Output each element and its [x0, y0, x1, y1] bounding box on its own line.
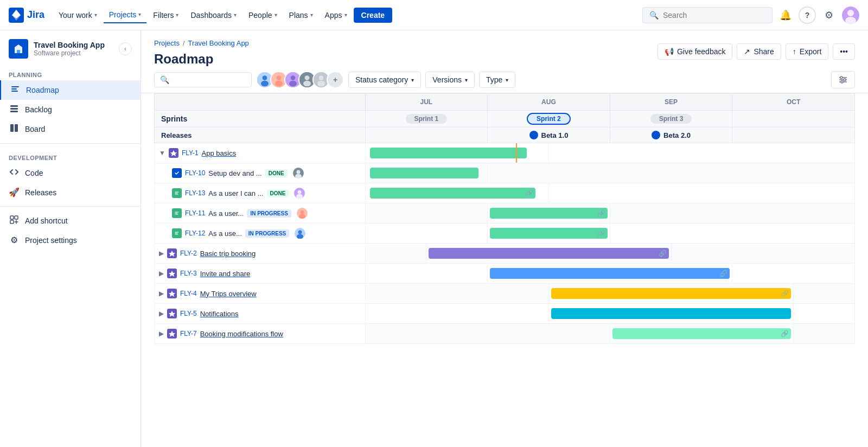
more-button[interactable]: •••: [833, 43, 855, 60]
settings-button[interactable]: ⚙: [820, 7, 838, 24]
issue-key[interactable]: FLY-2: [180, 250, 197, 257]
fly13-label: FLY-13 As a user I can ... DONE: [159, 188, 361, 199]
search-input[interactable]: [663, 11, 765, 20]
export-button[interactable]: ↑ Export: [786, 43, 828, 60]
fly5-label-cell: ▶ FLY-5 Notifications: [155, 304, 366, 324]
fly3-label-cell: ▶ FLY-3 Invite and share: [155, 264, 366, 284]
toolbar-search[interactable]: 🔍: [154, 72, 252, 87]
gantt-sprint-row: Sprints Sprint 1 Sprint 2 Sprint 3: [155, 111, 855, 127]
expand-button[interactable]: ▼: [159, 149, 165, 157]
gantt-container: JUL AUG SEP OCT Sprints Sprint 1: [141, 93, 868, 357]
nav-apps[interactable]: Apps ▾: [320, 8, 353, 23]
expand-button[interactable]: ▶: [159, 290, 164, 297]
nav-filters[interactable]: Filters ▾: [148, 8, 184, 23]
sidebar-item-label: Add shortcut: [25, 216, 68, 225]
issue-key[interactable]: FLY-1: [182, 149, 199, 157]
epic-icon: [169, 148, 178, 158]
svg-point-22: [291, 75, 296, 80]
nav-dashboards[interactable]: Dashboards ▾: [185, 8, 242, 23]
fly11-empty-left: [365, 203, 488, 224]
project-type: Software project: [34, 49, 113, 57]
fly11-empty-right: [610, 203, 854, 224]
sidebar-item-add-shortcut[interactable]: Add shortcut: [0, 211, 141, 231]
svg-point-29: [317, 81, 325, 87]
versions-filter[interactable]: Versions ▾: [425, 72, 475, 88]
give-feedback-button[interactable]: 📢 Give feedback: [658, 43, 733, 60]
issue-key[interactable]: FLY-5: [180, 310, 197, 317]
breadcrumb-project[interactable]: Travel Booking App: [188, 39, 249, 47]
expand-button[interactable]: ▶: [159, 250, 164, 257]
issue-name: Basic trip booking: [200, 250, 256, 258]
epic-icon: [167, 269, 177, 278]
search-icon: 🔍: [160, 75, 169, 84]
sidebar-item-releases[interactable]: 🚀 Releases: [0, 183, 141, 202]
nav-your-work[interactable]: Your work ▾: [53, 8, 103, 23]
fly12-label: FLY-12 As a use... IN PROGRESS: [159, 228, 361, 239]
create-button[interactable]: Create: [354, 8, 393, 23]
issue-key[interactable]: FLY-10: [185, 169, 205, 177]
chevron-down-icon: ▾: [275, 12, 277, 18]
nav-projects[interactable]: Projects ▾: [104, 7, 147, 23]
fly1-label: ▼ FLY-1 App basics: [159, 148, 361, 158]
gantt-settings-button[interactable]: [831, 71, 855, 88]
fly7-label-cell: ▶ FLY-7 Booking modifications flow: [155, 324, 366, 344]
user-avatar[interactable]: [842, 7, 859, 24]
chevron-down-icon: ▾: [344, 12, 347, 18]
fly11-label-cell: FLY-11 As a user... IN PROGRESS: [155, 203, 366, 224]
type-filter[interactable]: Type ▾: [479, 72, 515, 88]
svg-rect-13: [15, 216, 18, 219]
issue-key[interactable]: FLY-11: [185, 209, 205, 217]
status-badge: DONE: [267, 189, 289, 197]
fly5-empty-left: [365, 304, 548, 324]
toolbar-search-input[interactable]: [173, 75, 246, 84]
avatar-add[interactable]: +: [327, 71, 344, 88]
fly11-label: FLY-11 As a user... IN PROGRESS: [159, 208, 361, 219]
issue-key[interactable]: FLY-12: [185, 229, 205, 237]
expand-button[interactable]: ▶: [159, 270, 164, 277]
expand-button[interactable]: ▶: [159, 330, 164, 337]
status-badge: IN PROGRESS: [245, 229, 289, 238]
app-logo[interactable]: Jira: [9, 8, 44, 23]
share-button[interactable]: ↗ Share: [737, 43, 781, 60]
issue-key[interactable]: FLY-3: [180, 270, 197, 277]
sidebar-item-board[interactable]: Board: [0, 119, 141, 139]
sidebar-item-roadmap[interactable]: Roadmap: [0, 80, 141, 100]
sidebar-item-project-settings[interactable]: ⚙ Project settings: [0, 231, 141, 250]
releases-label-cell: Releases: [155, 127, 366, 143]
notifications-button[interactable]: 🔔: [777, 7, 794, 24]
svg-rect-3: [17, 50, 20, 53]
expand-button[interactable]: ▶: [159, 310, 164, 317]
fly3-label: ▶ FLY-3 Invite and share: [159, 269, 361, 278]
chevron-down-icon: ▾: [234, 12, 237, 18]
breadcrumb: Projects / Travel Booking App: [154, 39, 249, 47]
sidebar-item-backlog[interactable]: Backlog: [0, 100, 141, 119]
sidebar-item-label: Backlog: [25, 105, 52, 114]
fly12-empty-right: [610, 224, 854, 244]
svg-point-50: [298, 231, 302, 234]
sprint-3-cell: Sprint 3: [610, 111, 732, 127]
development-section-label: DEVELOPMENT: [0, 148, 141, 163]
search-box[interactable]: 🔍: [642, 7, 773, 23]
roadmap-icon: [10, 85, 21, 95]
fly1-bar: [370, 148, 527, 158]
status-category-filter[interactable]: Status category ▾: [348, 72, 421, 88]
fly1-bar-cell: [365, 143, 548, 163]
issue-name: Invite and share: [200, 270, 251, 278]
nav-people[interactable]: People ▾: [243, 8, 283, 23]
svg-rect-6: [11, 91, 18, 92]
nav-plans[interactable]: Plans ▾: [284, 8, 318, 23]
sidebar-collapse-button[interactable]: ‹: [119, 42, 132, 55]
issue-key[interactable]: FLY-13: [185, 189, 205, 197]
sidebar-item-code[interactable]: Code: [0, 163, 141, 183]
epic-icon: [167, 289, 177, 298]
beta-2-label: Beta 2.0: [663, 131, 691, 139]
fly7-bar-cell: 🔗: [610, 324, 793, 344]
breadcrumb-projects[interactable]: Projects: [154, 39, 180, 47]
issue-name: Booking modifications flow: [200, 330, 283, 338]
svg-point-23: [289, 81, 297, 87]
issue-key[interactable]: FLY-7: [180, 330, 197, 337]
help-button[interactable]: ?: [799, 7, 816, 24]
link-icon: 🔗: [781, 290, 789, 297]
issue-key[interactable]: FLY-4: [180, 290, 197, 297]
month-oct: OCT: [732, 94, 855, 111]
